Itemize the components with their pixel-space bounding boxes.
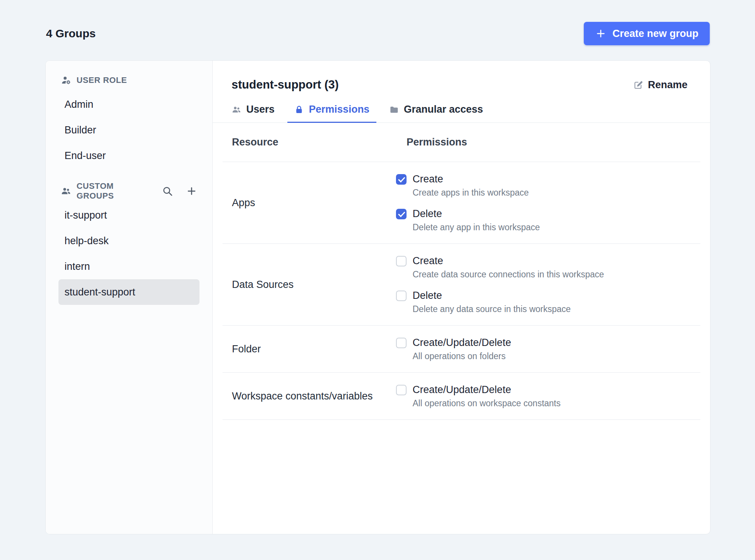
permission-text: DeleteDelete any app in this workspace bbox=[413, 207, 540, 233]
table-row-folder: FolderCreate/Update/DeleteAll operations… bbox=[223, 326, 700, 373]
resource-label: Data Sources bbox=[223, 279, 396, 291]
permission-checkbox[interactable] bbox=[396, 338, 407, 348]
custom-groups-header-label: CUSTOM GROUPS bbox=[77, 181, 151, 201]
permission-label: Create/Update/Delete bbox=[413, 383, 561, 396]
permissions-cell: Create/Update/DeleteAll operations on wo… bbox=[396, 383, 700, 409]
permission-item: Create/Update/DeleteAll operations on wo… bbox=[396, 383, 700, 409]
search-icon bbox=[162, 185, 173, 197]
plus-icon bbox=[186, 185, 197, 197]
permission-checkbox[interactable] bbox=[396, 256, 407, 266]
permission-label: Delete bbox=[413, 289, 571, 302]
permission-description: All operations on workspace constants bbox=[413, 398, 561, 409]
permission-checkbox[interactable] bbox=[396, 209, 407, 219]
sidebar-item-intern[interactable]: intern bbox=[58, 254, 199, 279]
panel-header: student-support (3) Rename UsersPermissi… bbox=[213, 61, 710, 123]
custom-groups-header: CUSTOM GROUPS bbox=[61, 184, 197, 199]
permission-text: CreateCreate apps in this workspace bbox=[413, 173, 529, 198]
edit-icon bbox=[633, 80, 643, 90]
create-new-group-label: Create new group bbox=[612, 28, 698, 40]
permissions-table: Resource Permissions AppsCreateCreate ap… bbox=[223, 123, 700, 420]
permission-checkbox[interactable] bbox=[396, 291, 407, 301]
permission-item: DeleteDelete any data source in this wor… bbox=[396, 289, 700, 315]
permissions-cell: CreateCreate apps in this workspaceDelet… bbox=[396, 173, 700, 233]
group-detail-panel: student-support (3) Rename UsersPermissi… bbox=[213, 61, 710, 534]
rename-button[interactable]: Rename bbox=[633, 79, 687, 91]
table-rows: AppsCreateCreate apps in this workspaceD… bbox=[223, 162, 700, 420]
group-title: student-support (3) bbox=[232, 78, 339, 92]
user-role-header-label: USER ROLE bbox=[77, 75, 127, 85]
permission-text: DeleteDelete any data source in this wor… bbox=[413, 289, 571, 315]
user-role-header: USER ROLE bbox=[61, 73, 197, 88]
permission-description: Delete any app in this workspace bbox=[413, 222, 540, 233]
sidebar-item-it-support[interactable]: it-support bbox=[58, 202, 199, 228]
permission-item: DeleteDelete any app in this workspace bbox=[396, 207, 700, 233]
folder-icon bbox=[389, 105, 399, 115]
sidebar-item-end-user[interactable]: End-user bbox=[58, 143, 199, 168]
sidebar-item-help-desk[interactable]: help-desk bbox=[58, 228, 199, 254]
page-title: 4 Groups bbox=[46, 27, 96, 40]
tab-label: Permissions bbox=[309, 104, 370, 115]
sidebar-item-student-support[interactable]: student-support bbox=[58, 279, 199, 305]
permission-text: Create/Update/DeleteAll operations on wo… bbox=[413, 383, 561, 409]
groups-card: USER ROLE AdminBuilderEnd-user CUSTOM GR… bbox=[45, 60, 710, 534]
tab-label: Granular access bbox=[404, 104, 483, 115]
permission-checkbox[interactable] bbox=[396, 174, 407, 185]
create-new-group-button[interactable]: Create new group bbox=[584, 22, 710, 45]
user-role-list: AdminBuilderEnd-user bbox=[46, 92, 212, 168]
permission-item: CreateCreate data source connections in … bbox=[396, 254, 700, 280]
permission-item: CreateCreate apps in this workspace bbox=[396, 173, 700, 198]
rename-label: Rename bbox=[648, 79, 687, 91]
permission-text: CreateCreate data source connections in … bbox=[413, 254, 604, 280]
resource-label: Folder bbox=[223, 343, 396, 355]
permission-description: Create data source connections in this w… bbox=[413, 269, 604, 280]
search-groups-button[interactable] bbox=[162, 185, 173, 197]
custom-groups-icon bbox=[61, 186, 71, 196]
permission-text: Create/Update/DeleteAll operations on fo… bbox=[413, 336, 511, 362]
tab-label: Users bbox=[246, 104, 275, 115]
sidebar-item-admin[interactable]: Admin bbox=[58, 92, 199, 117]
resource-label: Workspace constants/variables bbox=[223, 390, 396, 402]
tab-permissions[interactable]: Permissions bbox=[287, 98, 376, 123]
permission-label: Create bbox=[413, 173, 529, 185]
table-header: Resource Permissions bbox=[223, 123, 700, 162]
add-group-button[interactable] bbox=[186, 185, 197, 197]
permission-item: Create/Update/DeleteAll operations on fo… bbox=[396, 336, 700, 362]
sidebar-item-builder[interactable]: Builder bbox=[58, 117, 199, 143]
tab-users[interactable]: Users bbox=[225, 98, 281, 123]
plus-icon bbox=[595, 28, 606, 39]
permissions-cell: Create/Update/DeleteAll operations on fo… bbox=[396, 336, 700, 362]
tab-granular-access[interactable]: Granular access bbox=[382, 98, 490, 123]
permission-label: Create bbox=[413, 254, 604, 267]
column-header-resource: Resource bbox=[223, 136, 396, 148]
topbar: 4 Groups Create new group bbox=[0, 0, 755, 45]
permission-checkbox[interactable] bbox=[396, 385, 407, 395]
permission-label: Delete bbox=[413, 207, 540, 220]
table-row-apps: AppsCreateCreate apps in this workspaceD… bbox=[223, 162, 700, 244]
table-row-workspace-constants-variables: Workspace constants/variablesCreate/Upda… bbox=[223, 373, 700, 420]
table-row-data-sources: Data SourcesCreateCreate data source con… bbox=[223, 244, 700, 326]
users-icon bbox=[232, 105, 241, 115]
resource-label: Apps bbox=[223, 197, 396, 209]
permission-description: Create apps in this workspace bbox=[413, 187, 529, 198]
custom-groups-list: it-supporthelp-deskinternstudent-support bbox=[46, 202, 212, 305]
tabs: UsersPermissionsGranular access bbox=[225, 98, 687, 122]
permission-label: Create/Update/Delete bbox=[413, 336, 511, 349]
permissions-cell: CreateCreate data source connections in … bbox=[396, 254, 700, 315]
permission-description: All operations on folders bbox=[413, 351, 511, 362]
column-header-permissions: Permissions bbox=[396, 136, 700, 148]
user-role-icon bbox=[61, 75, 71, 86]
lock-icon bbox=[294, 105, 304, 115]
sidebar: USER ROLE AdminBuilderEnd-user CUSTOM GR… bbox=[46, 61, 213, 534]
permission-description: Delete any data source in this workspace bbox=[413, 304, 571, 315]
